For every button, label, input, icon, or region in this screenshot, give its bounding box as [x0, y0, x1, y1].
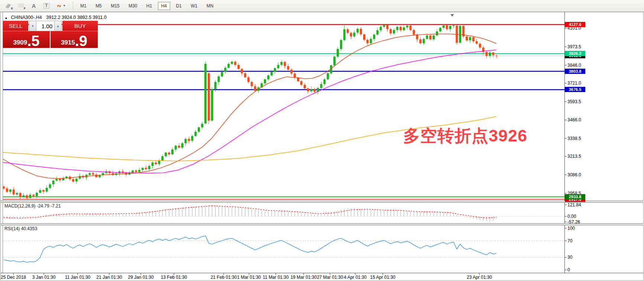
fibonacci-grid-icon[interactable]: F	[16, 1, 27, 10]
buy-price-display[interactable]: 3915 .9	[51, 31, 98, 48]
price-level-badge: 2933.8	[565, 194, 585, 199]
date-axis-label: 29 Jan 01:30	[128, 275, 153, 280]
toolbar-divider	[73, 2, 74, 10]
price-level-badge: 3803.8	[565, 69, 585, 74]
chart-annotation-text: 多空转折点3926	[403, 125, 527, 147]
date-axis-label: 25 Dec 2018	[1, 275, 26, 280]
sell-price-main: 3909	[13, 39, 27, 46]
chart-title: ▲ CHINA300-,H4 3912.2 3924.0 3892.5 3911…	[4, 15, 107, 20]
date-axis-label: 21 Feb 01:30	[211, 275, 237, 280]
date-axis-label: 13 Feb 01:30	[161, 275, 187, 280]
symbol-timeframe-label: CHINA300-,H4	[11, 15, 42, 20]
date-axis-label: 15 Apr 01:30	[370, 275, 395, 280]
macd-axis-label: 0.00	[567, 214, 576, 219]
rsi-axis-label: 30	[567, 255, 572, 260]
price-axis-label: 3593.5	[567, 99, 581, 104]
ma-mid-line	[3, 50, 496, 173]
tf-button-h4[interactable]: H4	[158, 2, 170, 10]
chevron-down-icon: ▼	[63, 4, 66, 7]
buy-price-pips: .9	[75, 35, 87, 47]
rsi-axis-label: 70	[567, 238, 572, 244]
price-level-badge: 4127.6	[565, 22, 585, 27]
arrows-dropdown-icon[interactable]: ▼	[54, 1, 68, 10]
buy-button[interactable]: BUY	[62, 21, 98, 31]
volume-input[interactable]	[36, 21, 54, 31]
macd-axis-label: -57.26	[567, 219, 580, 225]
date-axis-label: 23 Apr 01:30	[467, 275, 492, 280]
mt4-chart-app: E F A T ▼ M1 M5 M15 M30 H1 H4 D1 W1	[0, 0, 644, 281]
macd-indicator-label: MACD(12,26,9) -24.79 -7.21	[4, 203, 61, 209]
price-level-badge: 3926.0	[565, 51, 585, 56]
rsi-indicator-label: RSI(14) 40.4353	[4, 226, 37, 231]
price-axis-label: 3338.5	[567, 136, 581, 141]
price-axis-label: 3846.0	[567, 63, 581, 68]
icon-sub-label: E	[11, 7, 13, 10]
date-axis-label: 27 Mar 01:30	[317, 275, 343, 280]
text-label-icon[interactable]: A	[28, 1, 39, 10]
price-level-lines[interactable]	[3, 24, 564, 199]
tf-button-m5[interactable]: M5	[92, 2, 105, 10]
tf-button-d1[interactable]: D1	[172, 2, 185, 10]
timeframe-toolbar: M1 M5 M15 M30 H1 H4 D1 W1 MN	[77, 2, 217, 10]
text-box-icon[interactable]: T	[41, 1, 52, 10]
tf-button-mn[interactable]: MN	[203, 2, 217, 10]
icon-sub-label: F	[24, 7, 26, 10]
price-axis-label: 3973.5	[567, 44, 581, 49]
price-axis-label: 3721.0	[567, 81, 581, 86]
sell-button[interactable]: SELL	[3, 21, 28, 31]
rsi-axis-label: 0	[567, 267, 570, 272]
volume-increase-button[interactable]: ▲	[54, 21, 62, 31]
tf-button-m15[interactable]: M15	[107, 2, 123, 10]
one-click-trading-panel: SELL ▼ ▲ BUY 3909 .5 3915 .9	[3, 21, 98, 48]
tf-button-h1[interactable]: H1	[143, 2, 155, 10]
date-axis-label: 11 Mar 01:30	[263, 275, 289, 280]
tf-button-w1[interactable]: W1	[187, 2, 201, 10]
macd-axis-label: 121.84	[567, 202, 581, 208]
crosshair-draw-icon[interactable]: E	[3, 1, 14, 10]
date-axis-label: 11 Jan 01:30	[65, 275, 91, 280]
date-axis-label: 21 Jan 01:30	[96, 275, 122, 280]
tf-button-m1[interactable]: M1	[77, 2, 90, 10]
rsi-axis-label: 100	[567, 226, 575, 231]
collapse-triangle-icon[interactable]: ▲	[4, 16, 8, 20]
date-axis-label: 4 Apr 01:30	[344, 275, 366, 280]
sell-price-pips: .5	[27, 35, 39, 47]
buy-price-main: 3915	[61, 39, 75, 46]
tf-button-m30[interactable]: M30	[125, 2, 140, 10]
toolbar: E F A T ▼ M1 M5 M15 M30 H1 H4 D1 W1	[0, 0, 644, 12]
date-axis-label: 3 Jan 01:30	[32, 275, 56, 280]
price-axis-label: 3213.5	[567, 154, 581, 159]
macd-histogram	[4, 205, 496, 222]
chart-shift-marker-icon	[450, 14, 454, 17]
date-axis-label: 19 Mar 01:30	[291, 275, 317, 280]
price-level-badge: 3676.5	[565, 87, 585, 92]
sell-price-display[interactable]: 3909 .5	[3, 31, 50, 48]
volume-decrease-button[interactable]: ▼	[29, 21, 36, 31]
price-axis-label: 3086.0	[567, 172, 581, 177]
ohlc-values: 3912.2 3924.0 3892.5 3911.0	[46, 15, 106, 20]
date-axis-label: 1 Mar 01:30	[237, 275, 261, 280]
price-axis-label: 3466.0	[567, 117, 581, 122]
rsi-line	[4, 236, 496, 262]
candlesticks	[3, 24, 498, 199]
